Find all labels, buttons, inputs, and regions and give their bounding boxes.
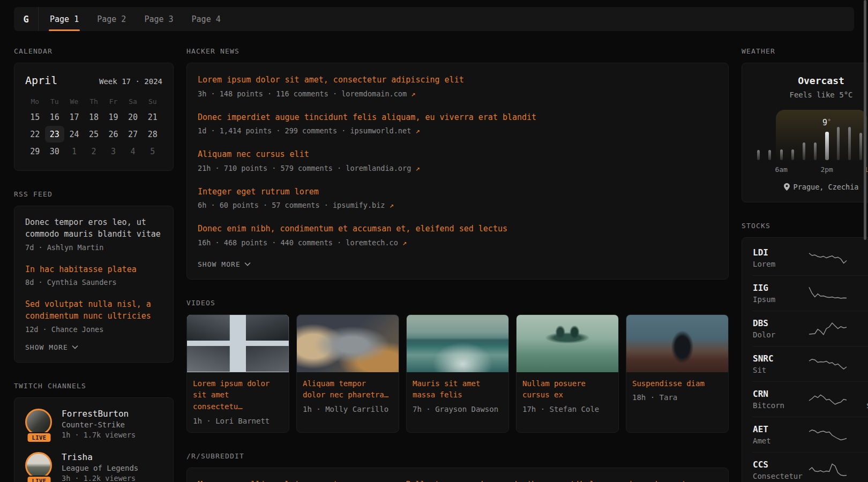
video-title[interactable]: Aliquam tempor dolor nec pharetra… <box>303 378 393 401</box>
weather-bar <box>791 149 794 160</box>
twitch-channel-row[interactable]: LIVEForrestBurtonCounter-Strike1h · 1.7k… <box>25 409 162 439</box>
nav-tab-page-3[interactable]: Page 3 <box>135 7 182 31</box>
map-pin-icon <box>784 183 790 191</box>
stock-change: +1.42% <box>851 318 868 328</box>
stock-left: SNRCSit <box>753 353 804 374</box>
calendar-day: 19 <box>103 109 123 125</box>
rss-item-meta: 12d · Chance Jones <box>25 325 162 334</box>
stock-change: -1.00% <box>851 389 868 399</box>
stock-row: LDILorem+4.35%$795.18 <box>753 240 868 275</box>
weather-bar <box>825 132 829 160</box>
videos-section-label: VIDEOS <box>186 299 729 307</box>
stocks-card: LDILorem+4.35%$795.18IIGIpsum+2.84%$42.0… <box>742 237 868 482</box>
video-title[interactable]: Nullam posuere cursus ex <box>522 378 612 401</box>
twitch-section-label: TWITCH CHANNELS <box>14 382 174 390</box>
hacker-news-item-title[interactable]: Donec imperdiet augue tincidunt felis al… <box>198 111 717 124</box>
hacker-news-item-meta: 21h · 710 points · 579 comments · loreml… <box>198 164 717 172</box>
rss-item-title[interactable]: Sed volutpat nulla nisl, a condimentum n… <box>25 299 162 322</box>
page-scrollbar-thumb[interactable] <box>864 0 866 240</box>
stock-right: +4.35%$795.18 <box>851 247 868 268</box>
weather-bar <box>848 127 851 160</box>
live-badge: LIVE <box>27 476 52 482</box>
hacker-news-item: Integer eget rutrum lorem6h · 60 points … <box>198 186 717 210</box>
stock-name: Dolor <box>753 330 804 339</box>
rss-item-title[interactable]: Donec tempor eros leo, ut commodo mauris… <box>25 217 162 240</box>
rss-item: Sed volutpat nulla nisl, a condimentum n… <box>25 299 162 334</box>
chevron-down-icon <box>72 345 78 349</box>
hacker-news-item-title[interactable]: Lorem ipsum dolor sit amet, consectetur … <box>198 74 717 86</box>
external-link-arrow-icon: ↗ <box>411 89 415 98</box>
calendar-day-selected: 23 <box>45 126 65 142</box>
rss-widget: RSS FEED Donec tempor eros leo, ut commo… <box>14 190 174 363</box>
weather-hour-labels: 6am2pm10pm <box>753 165 868 174</box>
stock-name: Ipsum <box>753 295 804 304</box>
stock-sparkline <box>809 356 847 372</box>
twitch-channel-name[interactable]: ForrestBurton <box>62 409 136 419</box>
video-card[interactable]: Suspendisse diam18h · Tara <box>626 314 729 433</box>
weather-bar <box>859 133 862 160</box>
subreddit-section-label: /R/SUBREDDIT <box>186 452 729 460</box>
stock-ticker: SNRC <box>753 353 804 364</box>
stock-name: Consectetur <box>753 472 804 480</box>
calendar-day: 4 <box>123 143 143 160</box>
hacker-news-show-more-label: SHOW MORE <box>198 260 241 268</box>
stock-left: LDILorem <box>753 247 804 268</box>
calendar-header: April Week 17 · 2024 <box>25 74 162 87</box>
twitch-channel-info: TrishaLeague of Legends3h · 1.2k viewers <box>62 452 138 482</box>
weather-bar-slot <box>798 113 810 160</box>
rss-show-more-button[interactable]: SHOW MORE <box>25 343 162 351</box>
twitch-channel-name[interactable]: Trisha <box>62 452 138 462</box>
nav-tab-page-2[interactable]: Page 2 <box>88 7 135 31</box>
stocks-section-label: STOCKS <box>742 222 868 230</box>
stock-ticker: CRN <box>753 389 804 399</box>
video-title[interactable]: Lorem ipsum dolor sit amet consectetu… <box>193 378 283 413</box>
calendar-day: 29 <box>25 143 45 160</box>
weather-bar <box>837 127 840 160</box>
stock-name: Lorem <box>753 260 804 268</box>
nav-tab-page-1[interactable]: Page 1 <box>41 7 88 31</box>
rss-item-meta: 8d · Cynthia Saunders <box>25 278 162 287</box>
weather-hour-label: 2pm <box>820 165 833 174</box>
stock-sparkline <box>809 427 847 443</box>
subreddit-item-title[interactable]: Maecenas mollis pulvinar erat non posuer… <box>198 479 717 482</box>
widgets-grid: CALENDAR April Week 17 · 2024 MoTuWeThFr… <box>14 47 854 482</box>
left-column: CALENDAR April Week 17 · 2024 MoTuWeThFr… <box>14 47 174 482</box>
video-thumbnail[interactable] <box>626 315 728 372</box>
twitch-avatar-wrap: LIVE <box>25 452 53 482</box>
subreddit-list: Maecenas mollis pulvinar erat non posuer… <box>198 479 717 482</box>
video-title[interactable]: Mauris sit amet massa felis <box>413 378 503 401</box>
hacker-news-show-more-button[interactable]: SHOW MORE <box>198 260 717 268</box>
twitch-channel-row[interactable]: LIVETrishaLeague of Legends3h · 1.2k vie… <box>25 452 162 482</box>
video-thumbnail[interactable] <box>297 315 399 372</box>
video-thumbnail[interactable] <box>187 315 289 372</box>
hacker-news-item-title[interactable]: Aliquam nec cursus elit <box>198 148 717 161</box>
hacker-news-item-title[interactable]: Integer eget rutrum lorem <box>198 186 717 198</box>
calendar-grid: 1516171819202122232425262728293012345 <box>25 109 162 160</box>
hacker-news-item-title[interactable]: Donec enim nibh, condimentum et accumsan… <box>198 223 717 235</box>
calendar-weekday: We <box>64 97 84 106</box>
calendar-day: 3 <box>103 143 123 160</box>
video-meta: 1h · Lori Barnett <box>193 417 283 425</box>
twitch-avatar-wrap: LIVE <box>25 409 53 439</box>
stock-value: $66,171.48 <box>851 401 868 410</box>
rss-card: Donec tempor eros leo, ut commodo mauris… <box>14 206 174 363</box>
video-title[interactable]: Suspendisse diam <box>632 378 722 390</box>
video-card[interactable]: Aliquam tempor dolor nec pharetra…1h · M… <box>296 314 399 433</box>
stock-change: +0.51% <box>851 460 868 470</box>
stock-ticker: AET <box>753 424 804 434</box>
video-card[interactable]: Lorem ipsum dolor sit amet consectetu…1h… <box>186 314 289 433</box>
hacker-news-item-meta: 1d · 1,414 points · 299 comments · ipsum… <box>198 126 717 135</box>
video-thumbnail[interactable] <box>517 315 618 372</box>
calendar-day: 5 <box>143 143 162 160</box>
calendar-widget: CALENDAR April Week 17 · 2024 MoTuWeThFr… <box>14 47 174 171</box>
video-thumbnail[interactable] <box>407 315 508 372</box>
twitch-channel-meta: 3h · 1.2k viewers <box>62 474 138 482</box>
stock-right: +2.84%$42.04 <box>851 283 868 304</box>
nav-tab-page-4[interactable]: Page 4 <box>183 7 230 31</box>
calendar-weekday: Su <box>143 97 162 106</box>
app-logo[interactable]: G <box>14 7 39 31</box>
stock-sparkline <box>809 285 847 302</box>
video-card[interactable]: Nullam posuere cursus ex17h · Stefan Col… <box>516 314 619 433</box>
video-card[interactable]: Mauris sit amet massa felis7h · Grayson … <box>406 314 509 433</box>
rss-item-title[interactable]: In hac habitasse platea <box>25 264 162 276</box>
